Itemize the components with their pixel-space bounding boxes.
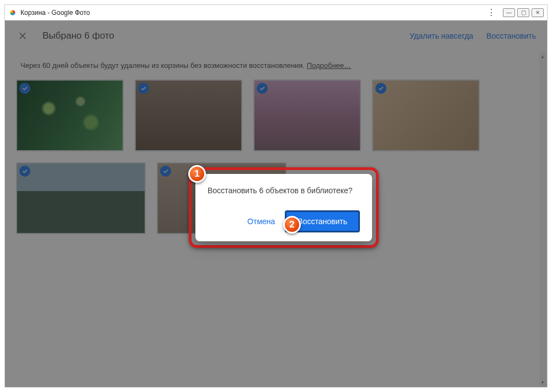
close-window-button[interactable]: ✕ [532, 8, 544, 17]
window-controls: ⋮ — ▢ ✕ [487, 7, 544, 18]
annotation-step-1: 1 [188, 165, 206, 183]
maximize-button[interactable]: ▢ [517, 8, 529, 17]
kebab-icon[interactable]: ⋮ [487, 7, 495, 18]
window-title: Корзина - Google Фото [20, 9, 487, 17]
google-photos-icon [8, 8, 17, 17]
restore-dialog-wrap: Восстановить 6 объектов в библиотеке? От… [195, 174, 372, 241]
titlebar: Корзина - Google Фото ⋮ — ▢ ✕ [5, 5, 547, 20]
annotation-step-2: 2 [283, 216, 301, 234]
app-window: Корзина - Google Фото ⋮ — ▢ ✕ Выбрано 6 … [4, 4, 548, 388]
app-content: Выбрано 6 фото Удалить навсегда Восстано… [5, 20, 547, 387]
restore-dialog: Восстановить 6 объектов в библиотеке? От… [195, 174, 372, 241]
dialog-cancel-button[interactable]: Отмена [242, 213, 280, 230]
dialog-message: Восстановить 6 объектов в библиотеке? [208, 186, 360, 195]
minimize-button[interactable]: — [503, 8, 515, 17]
